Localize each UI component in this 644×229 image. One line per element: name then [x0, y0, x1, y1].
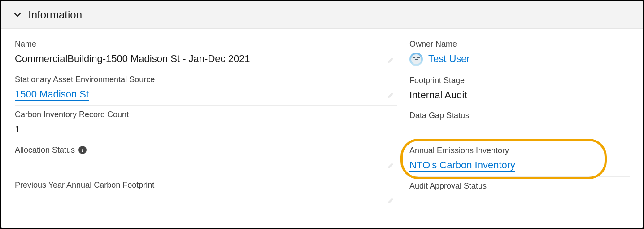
field-label-source: Stationary Asset Environmental Source: [15, 75, 397, 84]
edit-icon[interactable]: [387, 92, 394, 99]
field-record-count: Carbon Inventory Record Count 1: [15, 106, 397, 141]
field-owner: Owner Name Test User: [409, 35, 630, 71]
left-column: Name CommercialBuilding-1500 Madison St …: [1, 35, 409, 211]
owner-link[interactable]: Test User: [428, 53, 470, 66]
field-value-source: 1500 Madison St: [15, 88, 397, 101]
edit-icon[interactable]: [387, 197, 394, 204]
field-label-name: Name: [15, 40, 397, 49]
field-value-audit: [409, 194, 630, 207]
field-label-owner: Owner Name: [409, 40, 630, 49]
field-label-footprint-stage: Footprint Stage: [409, 76, 630, 85]
field-label-prev-year: Previous Year Annual Carbon Footprint: [15, 181, 397, 190]
field-value-data-gap: [409, 124, 630, 137]
field-label-data-gap: Data Gap Status: [409, 111, 630, 120]
field-audit: Audit Approval Status: [409, 177, 630, 211]
info-icon[interactable]: i: [78, 146, 87, 154]
field-value-owner: Test User: [409, 53, 630, 66]
field-value-allocation: [15, 159, 397, 171]
edit-icon[interactable]: [387, 162, 394, 169]
field-value-emissions: NTO's Carbon Inventory: [409, 159, 630, 172]
field-allocation: Allocation Status i: [15, 141, 397, 176]
emissions-link[interactable]: NTO's Carbon Inventory: [409, 159, 515, 172]
field-value-prev-year: [15, 194, 397, 206]
section-header[interactable]: Information: [1, 1, 643, 29]
field-name: Name CommercialBuilding-1500 Madison St …: [15, 35, 397, 70]
field-value-record-count: 1: [15, 123, 397, 136]
field-label-record-count: Carbon Inventory Record Count: [15, 110, 397, 119]
section-title: Information: [28, 9, 82, 21]
right-column: Owner Name Test User Footprint Stage Int…: [409, 35, 643, 211]
content-grid: Name CommercialBuilding-1500 Madison St …: [1, 29, 643, 211]
edit-icon[interactable]: [387, 57, 394, 64]
field-emissions: Annual Emissions Inventory NTO's Carbon …: [409, 141, 630, 177]
field-label-allocation: Allocation Status i: [15, 145, 397, 155]
field-data-gap: Data Gap Status: [409, 106, 630, 141]
avatar-icon: [409, 53, 423, 66]
field-value-name: CommercialBuilding-1500 Madison St - Jan…: [15, 53, 397, 66]
record-detail-panel: Information Name CommercialBuilding-1500…: [0, 0, 644, 229]
field-source: Stationary Asset Environmental Source 15…: [15, 70, 397, 106]
field-value-footprint-stage: Internal Audit: [409, 89, 630, 102]
field-prev-year: Previous Year Annual Carbon Footprint: [15, 176, 397, 211]
source-link[interactable]: 1500 Madison St: [15, 88, 89, 101]
field-footprint-stage: Footprint Stage Internal Audit: [409, 71, 630, 107]
allocation-label-text: Allocation Status: [15, 145, 75, 155]
chevron-down-icon: [13, 10, 22, 19]
field-label-audit: Audit Approval Status: [409, 181, 630, 191]
field-label-emissions: Annual Emissions Inventory: [409, 146, 630, 155]
